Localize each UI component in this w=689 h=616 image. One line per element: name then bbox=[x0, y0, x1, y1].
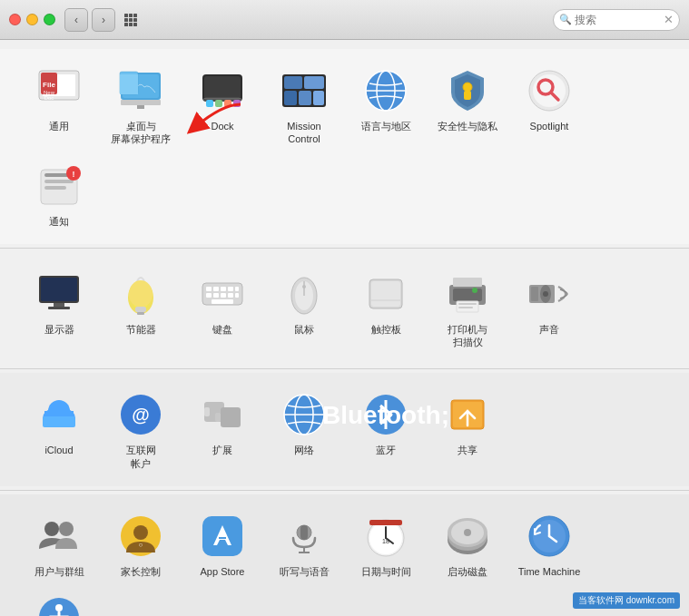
notifications-icon: ! bbox=[34, 161, 84, 211]
svg-rect-25 bbox=[206, 100, 213, 107]
security-icon bbox=[442, 65, 493, 116]
icon-item-bluetooth[interactable]: Bluetooth; 蓝牙 bbox=[345, 382, 427, 477]
icon-item-icloud[interactable]: iCloud bbox=[18, 382, 100, 477]
icon-item-network[interactable]: 网络 bbox=[263, 382, 345, 477]
grid-view-button[interactable] bbox=[119, 8, 143, 32]
icon-item-mouse[interactable]: 鼠标 bbox=[263, 261, 345, 357]
svg-point-77 bbox=[302, 285, 306, 288]
icon-item-sharing[interactable]: 共享 bbox=[427, 382, 508, 477]
startup-icon bbox=[442, 511, 493, 562]
icon-item-appstore[interactable]: App Store bbox=[182, 504, 263, 585]
general-label: 通用 bbox=[49, 120, 69, 132]
svg-text:○: ○ bbox=[139, 541, 143, 549]
icon-item-dock[interactable]: Dock bbox=[182, 58, 263, 153]
sharing-icon bbox=[442, 389, 493, 440]
icon-item-datetime[interactable]: 18 日期与时间 bbox=[345, 504, 427, 585]
svg-rect-61 bbox=[137, 312, 144, 315]
icon-item-language[interactable]: 语言与地区 bbox=[345, 58, 427, 153]
svg-rect-21 bbox=[120, 74, 138, 94]
svg-point-113 bbox=[44, 522, 59, 536]
trackpad-label: 触控板 bbox=[371, 323, 401, 336]
svg-rect-4 bbox=[129, 18, 133, 22]
svg-rect-102 bbox=[215, 413, 221, 422]
forward-button[interactable]: › bbox=[92, 8, 115, 32]
svg-rect-67 bbox=[235, 287, 239, 291]
icon-item-security[interactable]: 安全性与隐私 bbox=[427, 58, 508, 153]
svg-text:File: File bbox=[43, 81, 55, 89]
icon-item-printer[interactable]: 打印机与 扫描仪 bbox=[427, 261, 508, 357]
svg-rect-96 bbox=[43, 416, 75, 427]
trackpad-icon bbox=[360, 269, 411, 319]
mouse-icon bbox=[279, 269, 330, 319]
svg-rect-68 bbox=[206, 293, 212, 298]
icon-item-keyboard[interactable]: 键盘 bbox=[182, 261, 263, 357]
svg-text:Doc: Doc bbox=[44, 95, 54, 101]
spotlight-icon bbox=[524, 65, 575, 116]
minimize-button[interactable] bbox=[26, 14, 38, 25]
icon-grid-hardware: 显示器 节能器 键盘 鼠标 bbox=[18, 261, 671, 357]
internet-label: 互联网 帐户 bbox=[126, 444, 156, 470]
icon-item-notifications[interactable]: ! 通知 bbox=[18, 153, 100, 235]
svg-rect-121 bbox=[300, 525, 308, 540]
svg-rect-54 bbox=[54, 303, 64, 307]
nav-buttons: ‹ › bbox=[64, 8, 115, 32]
icon-item-dictation[interactable]: 听写与语音 bbox=[263, 504, 345, 585]
svg-rect-100 bbox=[204, 407, 210, 416]
icon-item-internet[interactable]: @ 互联网 帐户 bbox=[100, 382, 182, 477]
svg-rect-55 bbox=[48, 307, 70, 309]
energy-icon bbox=[115, 269, 166, 319]
svg-rect-1 bbox=[129, 14, 133, 17]
svg-text:18: 18 bbox=[382, 538, 389, 544]
printer-label: 打印机与 扫描仪 bbox=[448, 323, 487, 349]
icon-item-startup[interactable]: 启动磁盘 bbox=[427, 504, 508, 585]
search-icon: 🔍 bbox=[559, 14, 572, 25]
svg-rect-69 bbox=[213, 293, 219, 298]
language-label: 语言与地区 bbox=[361, 120, 411, 132]
icon-item-extensions[interactable]: 扩展 bbox=[182, 382, 263, 477]
svg-text:!: ! bbox=[73, 170, 75, 179]
window-controls bbox=[9, 14, 55, 25]
icon-item-users[interactable]: 用户与群组 bbox=[18, 504, 100, 585]
icon-item-parental[interactable]: ○ 家长控制 bbox=[100, 504, 182, 585]
close-button[interactable] bbox=[9, 14, 21, 25]
search-input[interactable] bbox=[575, 14, 662, 26]
icon-item-timemachine[interactable]: Time Machine bbox=[508, 504, 590, 585]
display-label: 显示器 bbox=[44, 323, 74, 336]
clear-search-icon[interactable]: ✕ bbox=[664, 13, 674, 26]
svg-point-140 bbox=[55, 604, 63, 611]
maximize-button[interactable] bbox=[44, 14, 55, 25]
svg-rect-26 bbox=[215, 100, 222, 107]
mission-icon bbox=[279, 65, 330, 116]
spotlight-label: Spotlight bbox=[530, 120, 569, 132]
section-separator bbox=[0, 248, 689, 249]
display-icon bbox=[34, 269, 84, 319]
svg-rect-7 bbox=[129, 23, 133, 26]
icon-item-trackpad[interactable]: 触控板 bbox=[345, 261, 427, 357]
extensions-icon bbox=[197, 389, 248, 440]
svg-rect-31 bbox=[304, 76, 324, 89]
back-button[interactable]: ‹ bbox=[64, 8, 88, 32]
svg-rect-86 bbox=[458, 307, 473, 308]
search-box[interactable]: 🔍 ✕ bbox=[553, 9, 680, 31]
dock-icon bbox=[197, 65, 248, 116]
svg-rect-70 bbox=[221, 293, 226, 298]
svg-point-134 bbox=[464, 529, 471, 536]
icon-item-spotlight[interactable]: Spotlight bbox=[508, 58, 590, 153]
bluetooth-label: 蓝牙 bbox=[376, 444, 396, 456]
icon-item-sound[interactable]: 声音 bbox=[508, 261, 590, 357]
dictation-icon bbox=[279, 511, 330, 562]
icon-item-energy[interactable]: 节能器 bbox=[100, 261, 182, 357]
icon-item-mission[interactable]: Mission Control bbox=[263, 58, 345, 153]
svg-rect-18 bbox=[121, 100, 161, 105]
icon-item-accessibility[interactable]: 辅助功能 bbox=[18, 585, 100, 616]
icon-item-desktop[interactable]: 桌面与 屏幕保护程序 bbox=[100, 58, 182, 153]
section-separator bbox=[0, 368, 689, 369]
icon-item-display[interactable]: 显示器 bbox=[18, 261, 100, 357]
svg-rect-8 bbox=[133, 23, 137, 26]
dock-label: Dock bbox=[211, 120, 233, 132]
sound-icon bbox=[524, 269, 575, 319]
svg-rect-28 bbox=[233, 100, 241, 107]
accessibility-icon bbox=[34, 592, 84, 616]
icon-item-general[interactable]: File New Doc 通用 bbox=[18, 58, 100, 153]
parental-icon: ○ bbox=[115, 511, 166, 562]
